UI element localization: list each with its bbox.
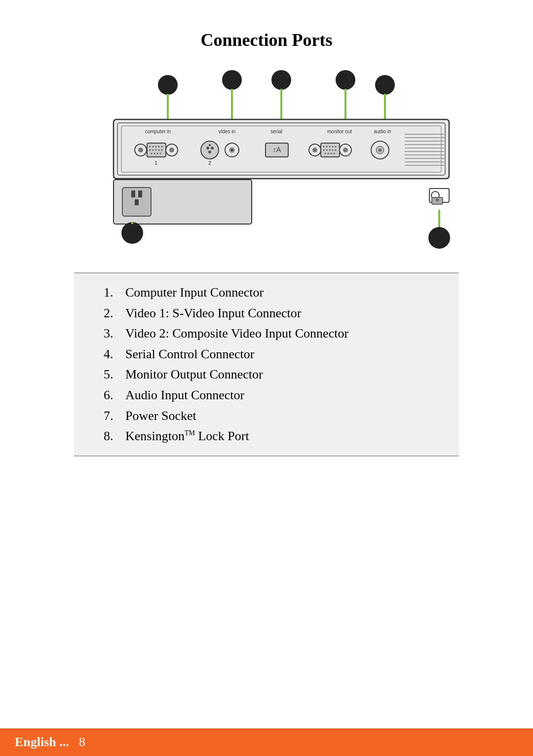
- svg-point-3: [336, 70, 355, 90]
- svg-point-59: [329, 150, 331, 151]
- svg-point-41: [208, 151, 211, 153]
- svg-point-63: [328, 153, 329, 154]
- svg-text:serial: serial: [270, 129, 282, 134]
- svg-point-55: [332, 146, 334, 148]
- svg-point-52: [323, 146, 325, 148]
- svg-point-39: [206, 147, 209, 150]
- svg-point-0: [158, 75, 178, 95]
- list-item: Monitor Output Connector: [104, 364, 444, 385]
- list-item: Computer Input Connector: [104, 282, 444, 303]
- list-item: Serial Control Connector: [104, 344, 444, 365]
- svg-point-70: [379, 149, 381, 151]
- svg-point-56: [335, 146, 337, 148]
- svg-point-31: [151, 153, 152, 154]
- svg-point-58: [326, 150, 328, 151]
- svg-point-26: [150, 150, 151, 151]
- svg-point-2: [271, 70, 291, 90]
- svg-point-1: [222, 70, 242, 90]
- svg-text:computer in: computer in: [145, 129, 171, 134]
- svg-text:2: 2: [208, 160, 211, 166]
- footer-page-number: 8: [79, 735, 85, 750]
- svg-rect-85: [135, 199, 139, 205]
- svg-text:1: 1: [154, 160, 157, 166]
- svg-point-38: [201, 141, 219, 159]
- svg-point-36: [169, 148, 174, 152]
- svg-point-33: [157, 153, 158, 154]
- svg-rect-84: [138, 190, 142, 197]
- svg-point-34: [160, 153, 161, 154]
- list-item: KensingtonTM Lock Port: [104, 426, 444, 447]
- svg-point-60: [332, 150, 334, 151]
- svg-point-61: [335, 150, 337, 151]
- svg-point-25: [161, 146, 163, 148]
- list-item: Audio Input Connector: [104, 385, 444, 406]
- svg-text:monitor out: monitor out: [327, 129, 352, 134]
- svg-point-67: [343, 148, 348, 152]
- list-item: Power Socket: [104, 406, 444, 426]
- list-item: Video 2: Composite Video Input Connector: [104, 323, 444, 344]
- svg-text:↕A: ↕A: [273, 146, 281, 153]
- diagram-container: computer in video in serial monitor out …: [39, 70, 494, 258]
- svg-text:video in: video in: [219, 129, 235, 134]
- svg-point-40: [211, 147, 214, 150]
- svg-point-23: [155, 146, 157, 148]
- list-item: Video 1: S-Video Input Connector: [104, 303, 444, 324]
- svg-point-53: [326, 146, 328, 148]
- svg-point-28: [155, 150, 157, 151]
- svg-point-65: [334, 153, 335, 154]
- svg-point-91: [436, 198, 439, 201]
- svg-point-24: [158, 146, 160, 148]
- connector-list: Computer Input Connector Video 1: S-Vide…: [74, 272, 459, 456]
- svg-point-42: [209, 144, 211, 146]
- svg-point-93: [428, 227, 450, 249]
- svg-point-27: [152, 150, 154, 151]
- svg-point-57: [323, 150, 325, 151]
- svg-point-64: [331, 153, 332, 154]
- svg-point-50: [312, 148, 317, 152]
- svg-point-32: [154, 153, 155, 154]
- svg-point-29: [158, 150, 160, 151]
- svg-point-54: [329, 146, 331, 148]
- svg-point-30: [161, 150, 163, 151]
- page-title: Connection Ports: [39, 30, 494, 50]
- svg-point-86: [121, 222, 143, 244]
- svg-point-62: [325, 153, 326, 154]
- svg-point-4: [375, 75, 395, 95]
- svg-point-46: [231, 149, 233, 151]
- svg-point-21: [150, 146, 151, 148]
- svg-text:audio in: audio in: [374, 129, 391, 134]
- svg-point-19: [138, 148, 143, 152]
- footer: English ... 8: [0, 728, 533, 756]
- svg-point-22: [152, 146, 154, 148]
- svg-rect-83: [131, 190, 135, 197]
- footer-language: English ...: [15, 735, 69, 750]
